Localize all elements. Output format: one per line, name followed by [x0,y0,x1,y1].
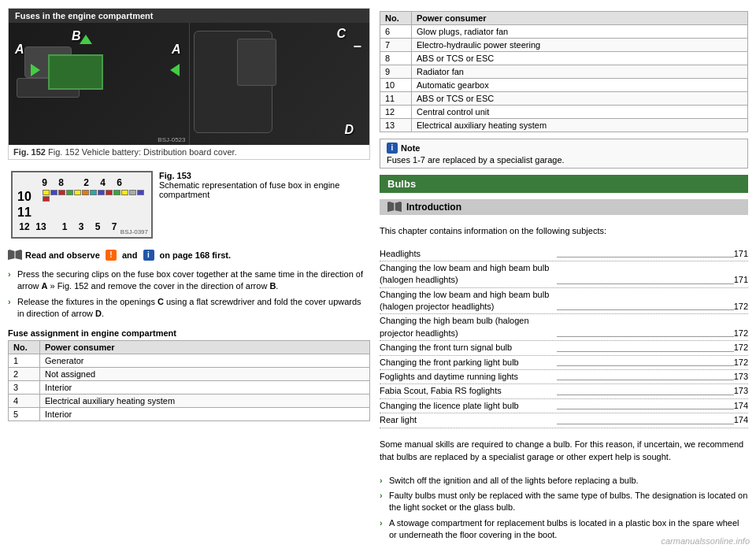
table-cell-no: 9 [380,65,412,79]
table-cell-no: 1 [9,354,40,367]
toc-label: Changing the front turn signal bulb [380,342,557,354]
fuse-assignment-table: No. Power consumer 1Generator2Not assign… [8,340,370,421]
table-row: 3Interior [9,380,370,394]
label-c: C [336,27,346,41]
bsj-label-left: BSJ-0523 [158,136,185,143]
toc-line [557,365,734,366]
right-column: No. Power consumer 6Glow plugs, radiator… [380,8,748,552]
skill-text: Some manual skills are required to chang… [380,438,748,464]
fuse-connector-3 [58,190,65,195]
table-cell-consumer: Radiator fan [412,65,748,79]
table-cell-no: 6 [380,25,412,39]
label-a-right: A [172,43,181,57]
table-row: 13Electrical auxiliary heating system [380,119,748,132]
book-icon [8,250,22,261]
toc-page: 172 [734,342,748,354]
read-notice-and: and [120,250,140,260]
table-cell-consumer: Interior [40,407,370,420]
engine-right-image: C D − [190,23,370,145]
table-cell-consumer: Generator [40,354,370,367]
table-cell-no: 2 [9,367,40,380]
bulbs-header: Bulbs [380,175,748,193]
fuse-gap [71,177,77,188]
table-row: 9Radiator fan [380,65,748,79]
table-row: 8ABS or TCS or ESC [380,52,748,65]
note-text: Fuses 1-7 are replaced by a specialist g… [387,155,565,165]
fig153-desc: Schematic representation of fuse box in … [159,180,367,199]
table-cell-no: 12 [380,106,412,119]
fuse-num-11: 11 [17,206,39,220]
toc-label: Changing the licence plate light bulb [380,400,557,412]
toc-item: Headlights171 [380,247,748,261]
fuse-connector-11 [121,190,128,195]
fuse-connector-13 [137,190,144,195]
left-column: Fuses in the engine compartment A B A [8,8,370,552]
engine-left-image: A B A BSJ-0523 [9,23,190,145]
right-bullets: Switch off the ignition and all of the l… [380,473,748,543]
table-row: 10Automatic gearbox [380,79,748,92]
table-cell-consumer: Interior [40,380,370,394]
toc-item: Foglights and daytime running lights173 [380,370,748,384]
toc-page: 172 [734,357,748,369]
toc-item: Changing the front turn signal bulb172 [380,341,748,355]
table-cell-consumer: Electrical auxiliary heating system [412,119,748,132]
table-cell-no: 4 [9,394,40,407]
fuse-connector-9 [106,190,113,195]
next-arrow: ▶ [380,550,748,552]
intro-title: Introduction [406,202,461,213]
instruction-bullets: Press the securing clips on the fuse box… [8,267,370,322]
toc-item: Changing the low beam and high beam bulb… [380,288,748,315]
toc-item: Changing the front parking light bulb172 [380,356,748,370]
intro-header: Introduction [380,199,748,215]
fuse-connector-8 [98,190,105,195]
table-cell-no: 5 [9,407,40,420]
table-row: 7Electro-hydraulic power steering [380,39,748,52]
fuse-connector-4 [66,190,73,195]
table-header-no: No. [9,340,40,354]
toc-line [557,257,734,257]
minus-sign: − [353,39,361,55]
fuse-connector-14 [43,196,50,202]
table-row: 11ABS or TCS or ESC [380,92,748,106]
toc-page: 173 [734,385,748,397]
table-cell-no: 11 [380,92,412,106]
toc-line [557,395,734,395]
note-title-text: Note [401,143,420,153]
info-icon: i [143,250,154,261]
table-row: 6Glow plugs, radiator fan [380,25,748,39]
table-cell-consumer: ABS or TCS or ESC [412,92,748,106]
toc-line [557,409,734,409]
toc-line [557,380,734,380]
fuse-num-1: 1 [57,221,72,232]
toc-page: 171 [734,274,748,286]
note-box: i Note Fuses 1-7 are replaced by a speci… [380,139,748,169]
toc-page: 172 [734,301,748,313]
fuse-connector-12 [129,190,136,195]
toc-line [557,309,734,310]
toc-label: Changing the high beam bulb (halogen pro… [380,315,557,339]
right-header-power: Power consumer [412,12,748,25]
toc-page: 174 [734,400,748,412]
intro-book-icon [387,202,402,213]
toc-item: Fabia Scout, Fabia RS foglights173 [380,384,748,398]
toc-label: Foglights and daytime running lights [380,371,557,383]
toc-page: 174 [734,414,748,426]
fuse-box-title: Fuses in the engine compartment [9,9,369,23]
fuse-connector-1 [43,190,50,195]
table-cell-no: 13 [380,119,412,132]
toc-label: Headlights [380,248,557,260]
toc-line [557,424,734,424]
table-cell-no: 8 [380,52,412,65]
table-row: 12Central control unit [380,106,748,119]
fuse-num-5b: 5 [91,221,105,232]
note-title: i Note [387,143,741,154]
fuse-num-10: 10 [17,190,39,204]
fig152-caption: Fig. 152 Fig. 152 Vehicle battery: Distr… [9,145,369,159]
table-cell-consumer: ABS or TCS or ESC [412,52,748,65]
toc-line [557,283,734,284]
watermark: carmanualssonline.info [661,536,750,546]
table-row: 4Electrical auxiliary heating system [9,394,370,407]
fuse-num-8: 8 [54,177,69,188]
toc-page: 171 [734,248,748,260]
table-cell-consumer: Electro-hydraulic power steering [412,39,748,52]
